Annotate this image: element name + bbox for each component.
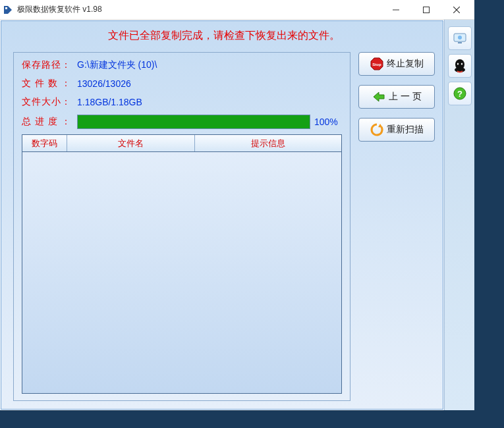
progress-label: 总 进 度 ： (22, 116, 77, 128)
result-table: 数字码 文件名 提示信息 (22, 134, 342, 394)
maximize-button[interactable] (411, 0, 441, 20)
save-path-row: 保存路径： G:\新建文件夹 (10)\ (22, 59, 342, 71)
content-row: 保存路径： G:\新建文件夹 (10)\ 文 件 数 ： 13026/13026… (13, 52, 435, 401)
progress-percent: 100% (314, 117, 342, 127)
app-window: 极限数据恢复软件 v1.98 文件已全部复制完成，请检查下恢复出来的文件。 保存… (0, 0, 474, 410)
sidebar-item-qq[interactable] (448, 54, 472, 78)
rescan-label: 重新扫描 (387, 124, 424, 136)
sidebar-item-help[interactable]: ? (448, 82, 472, 105)
progress-bar-fill (78, 115, 310, 128)
svg-text:Stop: Stop (372, 63, 381, 67)
svg-text:?: ? (457, 89, 462, 99)
col-header-code[interactable]: 数字码 (22, 135, 67, 151)
file-size-row: 文件大小： 1.18GB/1.18GB (22, 96, 342, 108)
close-button[interactable] (441, 0, 472, 20)
table-body[interactable] (22, 152, 341, 393)
status-message: 文件已全部复制完成，请检查下恢复出来的文件。 (13, 29, 435, 43)
col-header-filename[interactable]: 文件名 (67, 135, 195, 151)
file-count-label: 文 件 数 ： (22, 78, 77, 90)
right-sidebar: ? (444, 20, 474, 410)
window-title: 极限数据恢复软件 v1.98 (17, 4, 102, 15)
body: 文件已全部复制完成，请检查下恢复出来的文件。 保存路径： G:\新建文件夹 (1… (0, 20, 474, 410)
app-icon (3, 5, 13, 15)
sidebar-item-monitor[interactable] (448, 26, 472, 50)
titlebar: 极限数据恢复软件 v1.98 (0, 0, 474, 20)
minimize-button[interactable] (381, 0, 411, 20)
main-panel: 文件已全部复制完成，请检查下恢复出来的文件。 保存路径： G:\新建文件夹 (1… (1, 20, 443, 410)
svg-point-14 (461, 63, 462, 65)
file-size-value: 1.18GB/1.18GB (77, 97, 142, 107)
svg-rect-2 (424, 7, 430, 13)
button-column: Stop 终止复制 上 一 页 重新扫描 (358, 52, 435, 401)
prev-page-label: 上 一 页 (389, 91, 422, 103)
rescan-button[interactable]: 重新扫描 (358, 118, 435, 142)
save-path-value: G:\新建文件夹 (10)\ (77, 59, 157, 71)
stop-copy-label: 终止复制 (387, 58, 424, 70)
file-size-label: 文件大小： (22, 96, 77, 108)
svg-point-10 (458, 36, 462, 40)
svg-rect-9 (458, 42, 462, 43)
col-header-hint[interactable]: 提示信息 (195, 135, 341, 151)
svg-rect-0 (5, 7, 7, 9)
info-panel: 保存路径： G:\新建文件夹 (10)\ 文 件 数 ： 13026/13026… (13, 52, 350, 401)
file-count-value: 13026/13026 (77, 78, 131, 89)
progress-bar (77, 115, 310, 129)
stop-icon: Stop (370, 57, 384, 71)
refresh-icon (370, 122, 384, 137)
prev-page-button[interactable]: 上 一 页 (358, 85, 435, 109)
file-count-row: 文 件 数 ： 13026/13026 (22, 78, 342, 90)
table-header: 数字码 文件名 提示信息 (22, 135, 341, 152)
arrow-left-icon (372, 90, 386, 104)
svg-point-13 (457, 63, 458, 65)
stop-copy-button[interactable]: Stop 终止复制 (358, 52, 435, 76)
progress-row: 总 进 度 ： 100% (22, 115, 342, 129)
save-path-label: 保存路径： (22, 59, 77, 71)
svg-marker-7 (378, 124, 383, 128)
